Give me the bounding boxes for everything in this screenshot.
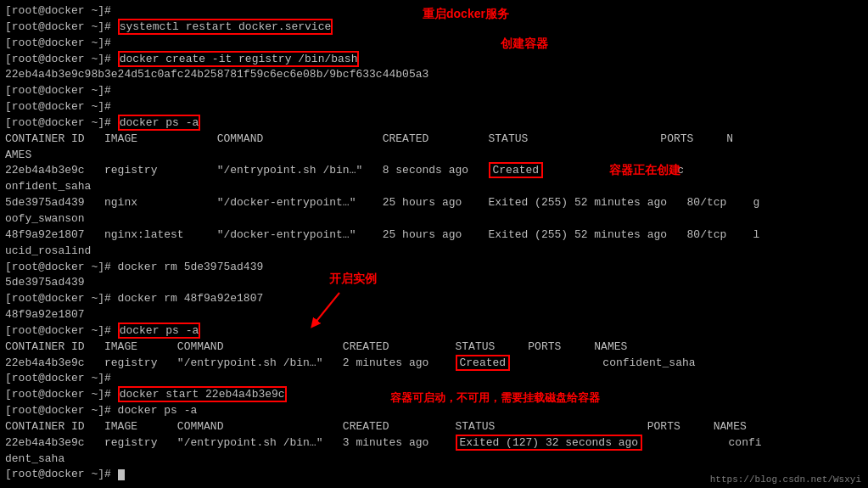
terminal: [root@docker ~]# [root@docker ~]# system… bbox=[0, 0, 868, 488]
line-row2b: oofy_swanson bbox=[5, 211, 863, 227]
cmd-docker-start: docker start 22eb4a4b3e9c bbox=[118, 386, 287, 402]
line-ps-2: [root@docker ~]# docker ps -a bbox=[5, 323, 863, 339]
table-row-5: 22eb4a4b3e9c registry "/entrypoint.sh /b… bbox=[5, 435, 863, 452]
annotation-mount: 容器可启动，不可用，需要挂载磁盘给容器 bbox=[390, 390, 600, 406]
line-rm-1b: 5de3975ad439 bbox=[5, 275, 863, 291]
cmd-docker-create: docker create -it registry /bin/bash bbox=[118, 51, 360, 67]
line-rm-2: [root@docker ~]# docker rm 48f9a92e1807 bbox=[5, 291, 863, 307]
line-prompt-mid: [root@docker ~]# bbox=[5, 371, 863, 387]
svg-line-0 bbox=[314, 293, 339, 324]
line-7: [root@docker ~]# bbox=[5, 99, 863, 115]
line-row3b: ucid_rosalind bbox=[5, 244, 863, 260]
annotation-start-instance: 开启实例 bbox=[329, 272, 377, 287]
line-6: [root@docker ~]# bbox=[5, 83, 863, 99]
line-3: [root@docker ~]# bbox=[5, 36, 863, 52]
line-rm-1: [root@docker ~]# docker rm 5de3975ad439 bbox=[5, 260, 863, 276]
cmd-docker-ps-2: docker ps -a bbox=[118, 323, 201, 339]
table-row-1: 22eb4a4b3e9c registry "/entrypoint.sh /b… bbox=[5, 163, 863, 179]
annotation-restart: 重启docker服务 bbox=[423, 7, 509, 22]
annotation-create: 创建容器 bbox=[501, 36, 548, 52]
table-row-2: 5de3975ad439 nginx "/docker-entrypoint…"… bbox=[5, 195, 863, 211]
line-row5b: dent_saha bbox=[5, 452, 863, 468]
cursor bbox=[118, 469, 125, 480]
cmd-docker-ps-1: docker ps -a bbox=[118, 115, 201, 131]
status-created-1: Created bbox=[489, 162, 544, 178]
line-rm-2b: 48f9a92e1807 bbox=[5, 307, 863, 323]
line-5: 22eb4a4b3e9c98b3e24d51c0afc24b258781f59c… bbox=[5, 67, 863, 83]
footer-url: https://blog.csdn.net/Wsxyi bbox=[710, 474, 861, 485]
line-header-2: CONTAINER ID IMAGE COMMAND CREATED STATU… bbox=[5, 339, 863, 356]
line-8: [root@docker ~]# docker ps -a bbox=[5, 115, 863, 132]
table-row-4: 22eb4a4b3e9c registry "/entrypoint.sh /b… bbox=[5, 356, 863, 372]
status-created-2: Created bbox=[456, 355, 511, 371]
line-header-3: CONTAINER ID IMAGE COMMAND CREATED STATU… bbox=[5, 419, 863, 435]
table-row-3: 48f9a92e1807 nginx:latest "/docker-entry… bbox=[5, 227, 863, 244]
line-4: [root@docker ~]# docker create -it regis… bbox=[5, 52, 863, 68]
line-row1b: onfident_saha bbox=[5, 179, 863, 195]
status-exited: Exited (127) 32 seconds ago bbox=[456, 435, 643, 451]
line-header-1b: AMES bbox=[5, 148, 863, 164]
cmd-systemctl: systemctl restart docker.service bbox=[118, 19, 333, 35]
annotation-creating: 容器正在创建 bbox=[609, 163, 680, 178]
arrow-start-instance bbox=[301, 289, 352, 331]
line-header-1: CONTAINER ID IMAGE COMMAND CREATED STATU… bbox=[5, 132, 863, 148]
